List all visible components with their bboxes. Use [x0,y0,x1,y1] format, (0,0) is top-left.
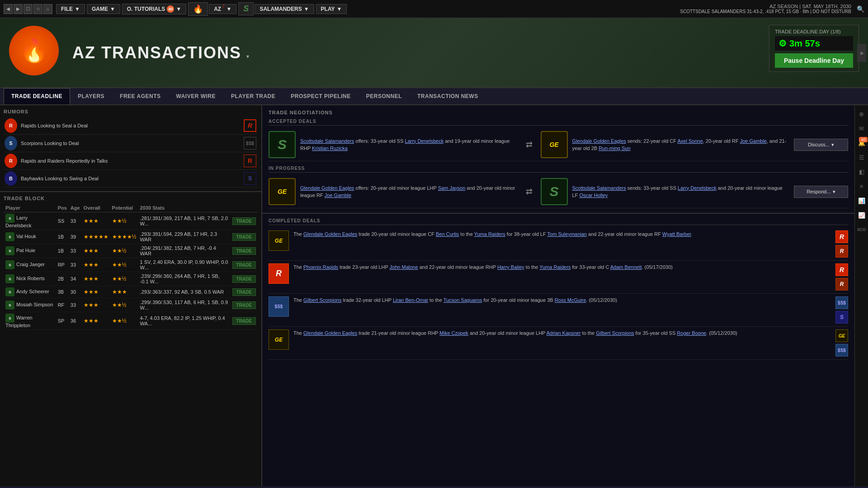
sidebar-icon-list[interactable]: ≡ [857,181,867,191]
tab-waiver-wire[interactable]: WAIVER WIRE [169,88,224,104]
sidebar-icon-panel[interactable]: ◧ [857,167,867,177]
header-collapse-button[interactable]: » [857,44,866,62]
table-row: SCraig Jaeger RP 33 ★★★ ★★½ 1 SV, 2.40 E… [4,258,258,272]
forward-button[interactable]: ▶ [14,4,23,14]
star-button[interactable]: ☆ [33,4,42,14]
glendale-golden-eagles-link2[interactable]: Glendale Golden Eagles [300,185,354,191]
player-pos: 2B [56,272,69,286]
player-overall: ★★★ [82,212,110,230]
rumor-item[interactable]: R Rapids and Raiders Reportedly in Talks… [4,152,258,170]
rumor-item[interactable]: R Rapids Looking to Seal a Deal R [4,117,258,135]
player-overall: ★★★ [82,312,110,330]
sidebar-icon-chart[interactable]: 📊 [857,196,867,206]
game-menu[interactable]: GAME ▼ [87,4,120,14]
play-menu[interactable]: PLAY ▼ [316,4,347,14]
trade-button[interactable]: TRADE [232,261,256,269]
trade-button[interactable]: TRADE [232,217,256,225]
sam-jayson-link[interactable]: Sam Jayson [438,185,466,191]
table-row: SVal Houk 1B 39 ★★★★★ ★★★★½ .293/.391/.5… [4,230,258,244]
tab-transaction-news[interactable]: TRANSACTION NEWS [410,88,486,104]
mike-czopek-link[interactable]: Mike Czopek [439,330,468,336]
trade-button[interactable]: TRADE [232,317,256,325]
trade-button[interactable]: TRADE [232,275,256,283]
oscar-holley-link[interactable]: Oscar Holley [579,192,608,198]
trade-button[interactable]: TRADE [232,233,256,241]
search-button[interactable]: 🔍 [857,5,864,13]
sidebar-icon-plus[interactable]: ⊕ [857,109,867,119]
scottsdale-salamanders-link[interactable]: Scottsdale Salamanders [300,138,354,144]
player-potential: ★★½ [110,298,138,312]
sidebar-icon-bell[interactable]: 🔔 40 [857,138,867,148]
wyatt-barber-link[interactable]: Wyatt Barber [662,231,691,237]
tucson-saguaros-link[interactable]: Tucson Saguaros [443,297,482,303]
trade-button-cell: TRADE [231,298,258,312]
scottsdale-salamanders-link2[interactable]: Scottsdale Salamanders [572,185,626,191]
tom-suleymanian-link[interactable]: Tom Suleymanian [547,231,587,237]
trade-button[interactable]: TRADE [232,288,256,296]
sidebar-icon-stats[interactable]: 📈 [857,210,867,220]
tutorials-menu[interactable]: O. TUTORIALS 40 ▼ [122,4,186,14]
golden-eagles-deal-logo2: GE [269,178,296,205]
scorpions-small-badge: $S$ [835,296,848,309]
john-malone-link[interactable]: John Malone [390,264,418,270]
golden-eagles-completed-logo: GE [269,230,289,251]
liran-ben-omar-link[interactable]: Liran Ben-Omar [393,297,428,303]
joe-gamble-link[interactable]: Joe Gamble [740,138,767,144]
player-potential: ★★½ [110,272,138,286]
back-button[interactable]: ◀ [4,4,13,14]
col-potential: Potential [110,204,138,212]
tab-free-agents[interactable]: FREE AGENTS [112,88,168,104]
rumor-item[interactable]: B Bayhawks Looking to Swing a Deal S [4,170,258,188]
az-menu[interactable]: AZ ! ▼ [209,4,236,14]
header-dropdown[interactable]: ▾ [246,53,249,60]
joe-gamble-link2[interactable]: Joe Gamble [325,192,351,198]
tab-prospect-pipeline[interactable]: PROSPECT PIPELINE [283,88,359,104]
glendale-golden-eagles-link3[interactable]: Glendale Golden Eagles [303,231,357,237]
yuma-raiders-link[interactable]: Yuma Raiders [474,231,505,237]
axel-sonne-link[interactable]: Axel Sonne [677,138,703,144]
run-ming-sun-link[interactable]: Run-ming Sun [599,145,630,151]
trade-button[interactable]: TRADE [232,301,256,309]
player-logo: S [5,287,14,296]
ross-mcguire-link[interactable]: Ross McGuire [555,297,586,303]
completed-deals-title: COMPLETED DEALS [269,218,848,225]
larry-denelsbeck-link[interactable]: Larry Denelsbeck [405,138,444,144]
pause-deadline-button[interactable]: Pause Deadline Day [775,53,853,68]
salamanders-icon[interactable]: S [238,2,254,15]
glendale-golden-eagles-link[interactable]: Glendale Golden Eagles [572,138,626,144]
ben-curtis-link[interactable]: Ben Curtis [436,231,459,237]
tab-players[interactable]: PLAYERS [70,88,112,104]
larry-denelsbeck-link2[interactable]: Larry Denelsbeck [678,185,717,191]
trade-negotiations-title: TRADE NEGOTIATIONS [269,110,848,115]
az-icon[interactable]: 🔥 [188,2,208,16]
tab-trade-deadline[interactable]: TRADE DEADLINE [4,88,70,104]
trade-button[interactable]: TRADE [232,247,256,255]
gilbert-scorpions-link2[interactable]: Gilbert Scorpions [596,330,634,336]
sidebar-icon-mail[interactable]: ✉ [857,123,867,133]
roger-boone-link[interactable]: Roger Boone [677,330,706,336]
tab-personnel[interactable]: PERSONNEL [359,88,410,104]
player-age: 33 [69,212,82,230]
harry-bailey-link[interactable]: Harry Bailey [497,264,524,270]
discuss-button[interactable]: Discuss...▾ [794,139,848,151]
completed-deal-text: The Phoenix Rapids trade 23-year old LHP… [293,263,831,271]
kristian-ruzicka-link[interactable]: Kristian Ruzicka [312,145,348,151]
sidebar-icon-menu[interactable]: ☰ [857,152,867,162]
col-player: Player [4,204,56,212]
tab-player-trade[interactable]: PLAYER TRADE [223,88,283,104]
glendale-golden-eagles-link4[interactable]: Glendale Golden Eagles [303,330,357,336]
yuma-raiders-link2[interactable]: Yuma Raiders [539,264,571,270]
phoenix-rapids-link[interactable]: Phoenix Rapids [303,264,338,270]
respond-button[interactable]: Respond...▾ [794,186,848,198]
rumor-item[interactable]: S Scorpions Looking to Deal $S$ [4,135,258,152]
sidebar-icon-sco[interactable]: SCO [857,225,867,235]
adam-bennett-link[interactable]: Adam Bennett [610,264,642,270]
gilbert-scorpions-link[interactable]: Gilbert Scorpions [303,297,341,303]
salamanders-menu[interactable]: SALAMANDERS ▼ [255,4,314,14]
adrian-kapsner-link[interactable]: Adrian Kapsner [547,330,581,336]
player-overall: ★★★ [82,286,110,298]
player-logo: S [5,314,14,323]
home-button[interactable]: ⌂ [43,4,52,14]
file-menu[interactable]: FILE ▼ [56,4,85,14]
window-button[interactable]: ☐ [24,4,33,14]
